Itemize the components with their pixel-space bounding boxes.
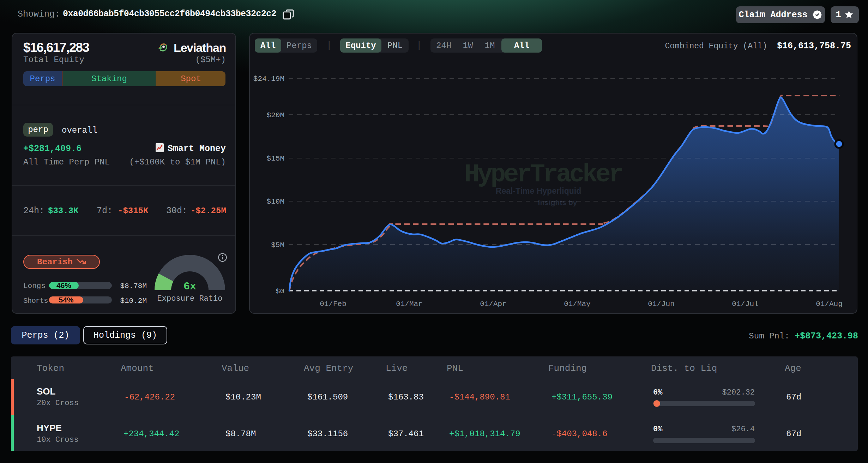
svg-text:Real-Time Hyperliquid: Real-Time Hyperliquid: [496, 186, 581, 196]
svg-text:$10M: $10M: [267, 198, 284, 206]
svg-text:01/May: 01/May: [564, 300, 591, 308]
svg-text:HyperTracker: HyperTracker: [464, 160, 622, 189]
svg-text:$5M: $5M: [271, 241, 284, 249]
svg-text:Insights by: Insights by: [538, 198, 577, 206]
svg-text:$0: $0: [276, 287, 284, 295]
svg-text:01/Apr: 01/Apr: [480, 300, 507, 308]
svg-text:01/Mar: 01/Mar: [396, 300, 423, 308]
svg-text:$15M: $15M: [267, 155, 284, 163]
svg-text:01/Jun: 01/Jun: [648, 300, 675, 308]
svg-text:01/Jul: 01/Jul: [732, 300, 759, 308]
svg-text:$20M: $20M: [267, 111, 284, 119]
svg-text:01/Feb: 01/Feb: [320, 300, 346, 308]
svg-text:01/Aug: 01/Aug: [816, 300, 843, 308]
svg-text:$24.19M: $24.19M: [253, 75, 284, 83]
